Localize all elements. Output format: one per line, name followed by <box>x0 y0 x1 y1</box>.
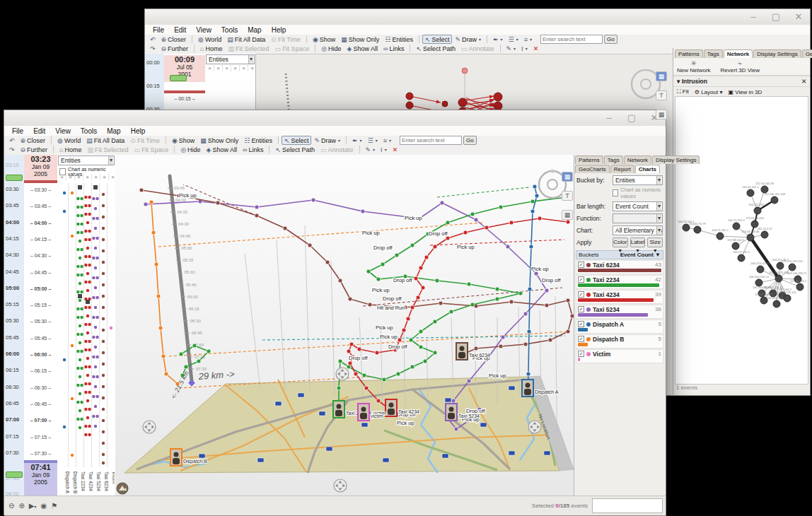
network-node[interactable] <box>775 275 782 282</box>
select-button[interactable]: ↖Select <box>282 136 312 145</box>
draw-button[interactable]: ✎Draw▾ <box>311 136 343 145</box>
entities-button[interactable]: ☷Entities <box>382 35 416 44</box>
show-button[interactable]: ◉Show <box>169 136 197 145</box>
hide-button[interactable]: ◎Hide <box>318 44 344 53</box>
event-count-header[interactable]: Event Count ▼ <box>620 252 661 258</box>
spacetime-3d-view[interactable]: No Location03:4504:0004:1504:3004:4505:0… <box>115 155 574 496</box>
world-button[interactable]: ◍World <box>195 35 224 44</box>
network-node[interactable] <box>738 254 745 262</box>
range-start-handle[interactable] <box>6 175 23 181</box>
layout-button[interactable]: ⚙ Layout ▾ <box>695 89 723 95</box>
network-node[interactable] <box>747 189 754 197</box>
fit-all-data-button[interactable]: ▤Fit All Data <box>224 35 268 44</box>
links-button[interactable]: ∞Links <box>381 44 407 53</box>
checkbox-icon[interactable] <box>613 189 618 197</box>
fit-all-data-button[interactable]: ▤Fit All Data <box>83 136 127 145</box>
column-close-button[interactable]: × <box>75 174 83 180</box>
network-node[interactable] <box>796 283 804 291</box>
home-button[interactable]: ⌂Home <box>57 145 84 154</box>
closer-button[interactable]: ⊕Closer <box>158 35 190 44</box>
home-button[interactable]: ⌂Home <box>197 44 225 53</box>
view-back-button[interactable]: ↶ <box>147 35 158 44</box>
bucket-row[interactable]: ✓Victim1 <box>576 349 663 363</box>
further-button[interactable]: ⊖Further <box>18 145 51 154</box>
dash-style-button[interactable]: ☰▾ <box>365 136 381 145</box>
network-node[interactable] <box>771 197 778 204</box>
revert-3d-view-button[interactable]: ⌁ Revert 3D View <box>717 59 763 74</box>
fit-time-button[interactable]: ⊙Fit Time <box>127 136 163 145</box>
view-forward-button[interactable]: ↷ <box>6 145 18 154</box>
bucket-row[interactable]: ✓Taxi 223442 <box>576 275 663 289</box>
menu-edit[interactable]: Edit <box>28 127 50 135</box>
grid-view-icon[interactable]: ▦ <box>656 110 667 119</box>
select-path-button[interactable]: ↖Select Path <box>413 44 458 53</box>
range-start-handle[interactable] <box>170 75 187 81</box>
further-button[interactable]: ⊖Further <box>158 44 192 53</box>
search-input[interactable] <box>540 35 603 44</box>
fit-time-button[interactable]: ⊙Fit Time <box>268 35 303 44</box>
pen-style-button[interactable]: ✒▾ <box>490 35 506 44</box>
tab-tags[interactable]: Tags <box>704 49 723 58</box>
tab-patterns[interactable]: Patterns <box>675 49 703 58</box>
annotate-button[interactable]: ▭Annotate <box>318 145 356 154</box>
avatar-taxi-6234[interactable]: Taxi 6234 <box>456 343 490 360</box>
network-node[interactable] <box>784 295 791 302</box>
menu-view[interactable]: View <box>191 26 216 34</box>
apply-label-button[interactable]: Label ▾ <box>630 238 646 247</box>
network-node[interactable] <box>777 262 784 269</box>
fit-space-button[interactable]: ▭Fit Space <box>272 44 313 53</box>
network-node[interactable] <box>717 233 724 240</box>
pen-style-button[interactable]: ✒▾ <box>349 136 365 145</box>
menu-edit[interactable]: Edit <box>169 26 191 34</box>
column-close-button[interactable]: × <box>223 65 231 71</box>
front-titlebar[interactable]: – ▢ ✕ <box>4 110 666 127</box>
select-path-button[interactable]: ↖Select Path <box>272 145 318 154</box>
entities-dropdown[interactable]: Entities <box>58 156 115 165</box>
terrain-icon[interactable] <box>117 483 128 494</box>
menu-tools[interactable]: Tools <box>216 26 243 34</box>
apply-size-button[interactable]: Size ▾ <box>647 238 663 247</box>
search-input[interactable] <box>400 136 462 145</box>
bucket-checkbox[interactable]: ✓ <box>578 351 584 357</box>
menu-map[interactable]: Map <box>102 127 125 135</box>
tab-display-settings[interactable]: Display Settings <box>652 156 700 164</box>
flag-icon[interactable]: ⚑ <box>51 502 57 510</box>
show-only-button[interactable]: ▦Show Only <box>338 35 382 44</box>
tab-network[interactable]: Network <box>724 49 753 58</box>
pan-compass-icon[interactable] <box>336 368 349 380</box>
links-button[interactable]: ∞Links <box>240 145 266 154</box>
column-close-button[interactable]: × <box>66 174 75 180</box>
pan-compass-icon[interactable] <box>143 421 156 433</box>
show-all-button[interactable]: ◈Show All <box>344 44 381 53</box>
minimize-button[interactable]: – <box>603 112 615 123</box>
network-node[interactable] <box>789 264 796 271</box>
menu-map[interactable]: Map <box>243 26 266 34</box>
play-icon[interactable]: ▶▾ <box>29 502 37 510</box>
close-section-icon[interactable]: ✕ <box>801 78 806 85</box>
network-node[interactable] <box>747 234 754 241</box>
closer-button[interactable]: ⊕Closer <box>18 136 49 145</box>
world-button[interactable]: ◍World <box>54 136 83 145</box>
go-button[interactable]: Go <box>463 136 477 145</box>
line-weight-button[interactable]: ≡▾ <box>521 35 535 44</box>
highlighter-button[interactable]: ✎▾ <box>504 44 519 53</box>
menu-help[interactable]: Help <box>267 26 291 34</box>
table-view-icon[interactable]: T <box>656 90 667 100</box>
highlighter-button[interactable]: ✎▾ <box>363 145 378 154</box>
column-close-button[interactable]: × <box>214 65 223 71</box>
bucket-checkbox[interactable]: ✓ <box>578 321 584 327</box>
network-node[interactable] <box>732 242 739 250</box>
column-close-button[interactable]: × <box>83 174 92 180</box>
map-view-icon[interactable]: ▦ <box>562 172 573 182</box>
chart-numeric-checkbox[interactable]: Chart as numeric values <box>613 187 665 199</box>
dash-style-button[interactable]: ☰▾ <box>506 35 521 44</box>
annotate-button[interactable]: ▭Annotate <box>458 44 497 53</box>
bucket-checkbox[interactable]: ✓ <box>578 276 584 283</box>
fit-space-button[interactable]: ▭Fit Space <box>132 145 172 154</box>
show-only-button[interactable]: ▦Show Only <box>197 136 241 145</box>
network-node[interactable] <box>761 231 768 238</box>
network-node[interactable] <box>757 266 764 273</box>
tab-geocharts[interactable]: GeoCharts <box>575 165 610 173</box>
go-button[interactable]: Go <box>604 35 617 44</box>
tab-charts[interactable]: Charts <box>635 165 660 173</box>
